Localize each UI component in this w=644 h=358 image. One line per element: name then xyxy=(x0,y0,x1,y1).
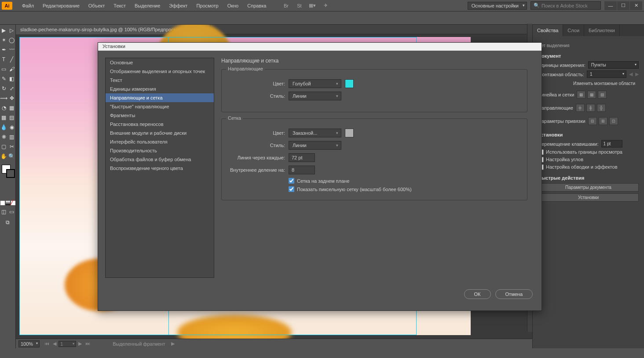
nav-guides-grid[interactable]: Направляющие и сетка xyxy=(106,93,214,102)
tool-pen[interactable]: ✒ xyxy=(0,45,8,55)
nav-units[interactable]: Единицы измерения xyxy=(106,85,214,93)
tool-rotate[interactable]: ↻ xyxy=(0,84,8,93)
pixel-grid-check[interactable] xyxy=(289,186,294,192)
tool-shape-builder[interactable]: ◔ xyxy=(0,103,8,113)
grid-style-dropdown[interactable]: Линии xyxy=(289,141,341,150)
nav-last-icon[interactable]: ⏭ xyxy=(84,341,91,347)
gpu-icon[interactable]: ✈ xyxy=(320,1,331,10)
nav-selection-anchor[interactable]: Отображение выделения и опорных точек xyxy=(106,67,214,76)
ok-button[interactable]: ОК xyxy=(464,289,491,299)
tool-mesh[interactable]: ▩ xyxy=(0,113,8,122)
tool-screenmode[interactable]: ▭ xyxy=(8,207,16,217)
nav-hyphenation[interactable]: Расстановка переносов xyxy=(106,120,214,129)
search-input[interactable]: 🔍 Поиск в Adobe Stock xyxy=(531,1,601,10)
artboard-dropdown[interactable]: 1 xyxy=(587,70,626,78)
color-mode[interactable] xyxy=(0,201,5,205)
grid-color-swatch[interactable] xyxy=(345,129,354,137)
nav-general[interactable]: Основные xyxy=(106,58,214,67)
tool-symbol[interactable]: ❋ xyxy=(0,132,8,142)
zoom-dropdown[interactable]: 100% xyxy=(18,340,40,347)
grid-back-check[interactable] xyxy=(289,178,294,184)
tool-free-transform[interactable]: ✥ xyxy=(8,93,16,103)
tool-screen-toggle[interactable]: ⧉ xyxy=(4,218,12,227)
guides-smart-icon[interactable]: ╬ xyxy=(597,104,606,112)
tool-type[interactable]: T xyxy=(0,55,8,64)
tool-blend[interactable]: ◉ xyxy=(8,122,16,132)
tool-eraser[interactable]: ◧ xyxy=(8,74,16,84)
guides-color-dropdown[interactable]: Голубой xyxy=(289,79,341,88)
tool-width[interactable]: ⟿ xyxy=(0,93,8,103)
units-dropdown[interactable]: Пункты xyxy=(588,61,639,69)
tool-direct-select[interactable]: ▷ xyxy=(8,26,16,35)
nav-performance[interactable]: Производительность xyxy=(106,146,214,155)
tab-properties[interactable]: Свойства xyxy=(533,25,563,36)
nav-type[interactable]: Текст xyxy=(106,76,214,85)
artboard-prev-icon[interactable]: ◀ xyxy=(629,71,633,77)
none-mode[interactable]: ╱ xyxy=(11,201,15,205)
tool-hand[interactable]: ✋ xyxy=(0,151,8,161)
fill-stroke-swatch[interactable] xyxy=(0,164,16,181)
tool-line[interactable]: ╱ xyxy=(8,55,16,64)
menu-object[interactable]: Объект xyxy=(84,0,109,11)
window-maximize[interactable]: ☐ xyxy=(617,1,629,10)
tool-wand[interactable]: ✴ xyxy=(0,35,8,45)
tool-graph[interactable]: ▥ xyxy=(8,132,16,142)
grid-icon[interactable]: ▩ xyxy=(587,91,596,99)
tool-zoom[interactable]: 🔍 xyxy=(8,151,16,161)
guides-hide-icon[interactable]: ╪ xyxy=(576,104,585,112)
tool-curvature[interactable]: 〰 xyxy=(8,45,16,55)
nav-slices[interactable]: Фрагменты xyxy=(106,111,214,120)
bridge-icon[interactable]: Br xyxy=(281,1,291,10)
tool-gradient[interactable]: ▤ xyxy=(8,113,16,122)
nav-prev-icon[interactable]: ◀ xyxy=(51,341,58,347)
stock-icon[interactable]: St xyxy=(294,1,304,10)
ruler-icon[interactable]: ▦ xyxy=(577,91,585,99)
cancel-button[interactable]: Отмена xyxy=(495,289,533,299)
tool-scale[interactable]: ⤢ xyxy=(8,84,16,93)
menu-edit[interactable]: Редактирование xyxy=(38,0,84,11)
nav-plugins[interactable]: Внешние модули и рабочие диски xyxy=(106,129,214,137)
tab-layers[interactable]: Слои xyxy=(563,25,584,36)
nav-file-clipboard[interactable]: Обработка файлов и буфер обмена xyxy=(106,155,214,164)
menu-select[interactable]: Выделение xyxy=(130,0,165,11)
tool-selection[interactable]: ▶ xyxy=(0,26,8,35)
guides-color-swatch[interactable] xyxy=(345,79,354,88)
transparency-icon[interactable]: ▨ xyxy=(598,91,607,99)
nav-ui[interactable]: Интерфейс пользователя xyxy=(106,137,214,146)
snap-point-icon[interactable]: ⊟ xyxy=(588,117,597,125)
tool-shaper[interactable]: ✎ xyxy=(0,74,8,84)
key-increment-input[interactable] xyxy=(601,140,622,148)
window-close[interactable]: ✕ xyxy=(630,1,642,10)
menu-file[interactable]: Файл xyxy=(18,0,38,11)
tool-perspective[interactable]: ▦ xyxy=(8,103,16,113)
tool-artboard[interactable]: ▢ xyxy=(0,142,8,151)
menu-effect[interactable]: Эффект xyxy=(165,0,192,11)
gradient-mode[interactable] xyxy=(6,201,10,205)
tool-drawmode[interactable]: ◫ xyxy=(0,207,8,217)
tool-slice[interactable]: ✂ xyxy=(8,142,16,151)
menu-view[interactable]: Просмотр xyxy=(192,0,223,11)
workspace-dropdown[interactable]: Основные настройки xyxy=(468,2,527,10)
doc-setup-button[interactable]: Параметры документа xyxy=(538,183,639,192)
artboard-num[interactable]: 1 xyxy=(59,341,76,347)
artboard-next-icon[interactable]: ▶ xyxy=(635,71,639,77)
prefs-button[interactable]: Установки xyxy=(538,193,639,202)
menu-window[interactable]: Окно xyxy=(223,0,243,11)
status-arrow-icon[interactable]: ▶ xyxy=(171,341,175,347)
edit-artboards-button[interactable]: Изменить монтажные области xyxy=(538,80,639,87)
artboard-nav[interactable]: ⏮ ◀ 1 ▶ ⏭ xyxy=(43,341,91,347)
tab-libraries[interactable]: Библиотеки xyxy=(584,25,620,36)
arrange-icon[interactable]: ▦▾ xyxy=(307,1,318,10)
tool-rect[interactable]: ▭ xyxy=(0,64,8,74)
guides-lock-icon[interactable]: ╫ xyxy=(586,104,595,112)
tool-eyedropper[interactable]: 💧 xyxy=(0,122,8,132)
tool-lasso[interactable]: ◯ xyxy=(8,35,16,45)
grid-color-dropdown[interactable]: Заказной... xyxy=(289,129,341,137)
snap-pixel-icon[interactable]: ⊡ xyxy=(609,117,618,125)
guides-style-dropdown[interactable]: Линии xyxy=(289,92,341,100)
window-minimize[interactable]: — xyxy=(604,1,617,10)
snap-grid-icon[interactable]: ⊞ xyxy=(599,117,607,125)
nav-next-icon[interactable]: ▶ xyxy=(77,341,83,347)
tool-brush[interactable]: 🖌 xyxy=(8,64,16,74)
nav-smart-guides[interactable]: "Быстрые" направляющие xyxy=(106,102,214,111)
